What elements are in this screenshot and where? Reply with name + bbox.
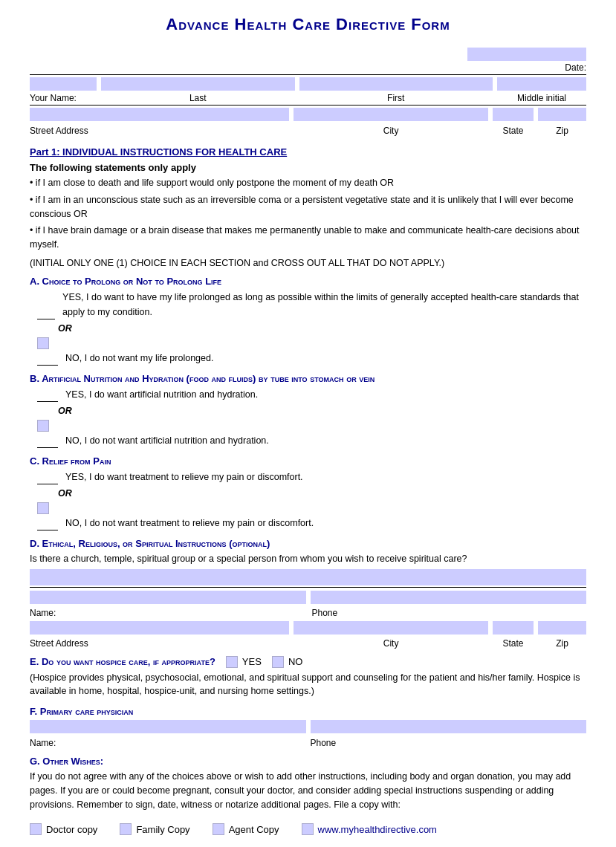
sectionC-heading: C. Relief from Pain bbox=[30, 455, 586, 467]
date-label: Date: bbox=[565, 62, 586, 73]
part1-heading: Part 1: INDIVIDUAL INSTRUCTIONS FOR HEAL… bbox=[30, 146, 586, 158]
sectionD-zip-label: Zip bbox=[556, 638, 568, 649]
sectionB-no-text: NO, I do not want artificial nutrition a… bbox=[65, 433, 269, 448]
zip-label: Zip bbox=[556, 126, 568, 136]
sectionD-zip-input[interactable] bbox=[538, 621, 586, 635]
family-copy-label: Family Copy bbox=[136, 824, 189, 835]
middle-initial-input[interactable] bbox=[497, 77, 586, 91]
website-checkbox[interactable] bbox=[302, 823, 314, 835]
first-label: First bbox=[387, 93, 404, 103]
sectionF-name-label: Name: bbox=[30, 738, 56, 748]
sectionF-phone-label: Phone bbox=[311, 738, 337, 748]
bullet1: • if I am close to death and life suppor… bbox=[30, 176, 586, 190]
sectionA-or: OR bbox=[58, 321, 586, 336]
sectionE-yes-checkbox[interactable] bbox=[226, 656, 238, 668]
sectionF-heading: F. Primary care physician bbox=[30, 706, 586, 717]
sectionD-city-label: City bbox=[383, 638, 399, 649]
sectionE-yes-label: YES bbox=[242, 656, 262, 667]
agent-copy-checkbox[interactable] bbox=[213, 823, 224, 835]
sectionA-yes-text: YES, I do want to have my life prolonged… bbox=[62, 290, 586, 319]
sectionC-no-text: NO, I do not want treatment to relieve m… bbox=[65, 516, 314, 530]
sectionB-or: OR bbox=[58, 403, 586, 418]
doctor-copy-checkbox[interactable] bbox=[30, 823, 42, 835]
sectionE-description: (Hospice provides physical, psychosocial… bbox=[30, 671, 586, 699]
sectionD-street-input[interactable] bbox=[30, 621, 289, 635]
family-copy-checkbox[interactable] bbox=[120, 823, 132, 835]
zip-input[interactable] bbox=[538, 108, 586, 121]
sectionD-name-label: Name: bbox=[30, 608, 56, 618]
sectionD-question: Is there a church, temple, spiritual gro… bbox=[30, 552, 586, 566]
last-name-input[interactable] bbox=[101, 77, 295, 91]
sectionC-no-blank bbox=[37, 516, 58, 530]
your-name-label: Your Name: bbox=[30, 93, 77, 103]
sectionD-city-input[interactable] bbox=[294, 621, 488, 635]
sectionC-yes-blank bbox=[37, 470, 58, 484]
sectionD-heading: D. Ethical, Religious, or Spiritual Inst… bbox=[30, 538, 586, 549]
sectionD-name-input[interactable] bbox=[30, 591, 306, 604]
sectionC-or: OR bbox=[58, 486, 586, 501]
sectionC-yes-text: YES, I do want treatment to relieve my p… bbox=[65, 470, 303, 484]
city-input[interactable] bbox=[294, 108, 488, 121]
footer-copies: Doctor copy Family Copy Agent Copy www.m… bbox=[30, 823, 586, 835]
page-title: Advance Health Care Directive Form bbox=[30, 15, 586, 34]
agent-copy-label: Agent Copy bbox=[229, 824, 279, 835]
sectionE-no-checkbox[interactable] bbox=[272, 656, 284, 668]
sectionG-text: If you do not agree with any of the choi… bbox=[30, 770, 586, 811]
sectionE-heading: E. Do you want hospice care, if appropri… bbox=[30, 656, 215, 667]
bullet2: • if I am in an unconscious state such a… bbox=[30, 193, 586, 221]
sectionB-or-checkbox[interactable] bbox=[37, 420, 49, 432]
initial-note: (INITIAL ONLY ONE (1) CHOICE IN EACH SEC… bbox=[30, 258, 586, 268]
state-input[interactable] bbox=[493, 108, 534, 121]
name-prefix-input[interactable] bbox=[30, 77, 97, 91]
sectionD-spiritual-input[interactable] bbox=[30, 569, 586, 585]
sectionG-heading: G. Other Wishes: bbox=[30, 756, 586, 767]
sectionC-or-checkbox[interactable] bbox=[37, 502, 49, 514]
sectionF-name-input[interactable] bbox=[30, 720, 306, 733]
city-label: City bbox=[383, 126, 399, 136]
sectionD-phone-label: Phone bbox=[312, 608, 338, 618]
website-label: www.myhealthdirective.com bbox=[318, 824, 437, 835]
sectionE-no-label: NO bbox=[288, 656, 303, 667]
sectionA-heading: A. Choice to Prolong or Not to Prolong L… bbox=[30, 276, 586, 287]
sectionA-or-checkbox[interactable] bbox=[37, 337, 49, 349]
last-label: Last bbox=[189, 93, 207, 103]
sectionD-state-label: State bbox=[502, 638, 523, 649]
bullet3: • if I have brain damage or a brain dise… bbox=[30, 224, 586, 252]
sectionB-yes-blank bbox=[37, 387, 58, 402]
sectionB-heading: B. Artificial Nutrition and Hydration (f… bbox=[30, 373, 586, 384]
bold-intro: The following statements only apply bbox=[30, 162, 586, 173]
doctor-copy-label: Doctor copy bbox=[46, 824, 97, 835]
sectionA-no-blank bbox=[37, 351, 58, 366]
sectionB-yes-text: YES, I do want artificial nutrition and … bbox=[65, 387, 258, 402]
date-input[interactable] bbox=[467, 48, 586, 61]
sectionD-phone-input[interactable] bbox=[311, 591, 587, 604]
sectionF-phone-input[interactable] bbox=[311, 720, 587, 733]
sectionD-state-input[interactable] bbox=[493, 621, 534, 635]
street-label: Street Address bbox=[30, 126, 88, 136]
sectionA-no-text: NO, I do not want my life prolonged. bbox=[65, 351, 213, 366]
sectionD-street-label: Street Address bbox=[30, 638, 88, 649]
middle-label: Middle initial bbox=[517, 93, 566, 103]
sectionA-yes-blank bbox=[37, 290, 55, 319]
street-address-input[interactable] bbox=[30, 108, 289, 121]
first-name-input[interactable] bbox=[299, 77, 493, 91]
sectionB-no-blank bbox=[37, 433, 58, 448]
state-label: State bbox=[502, 126, 523, 136]
